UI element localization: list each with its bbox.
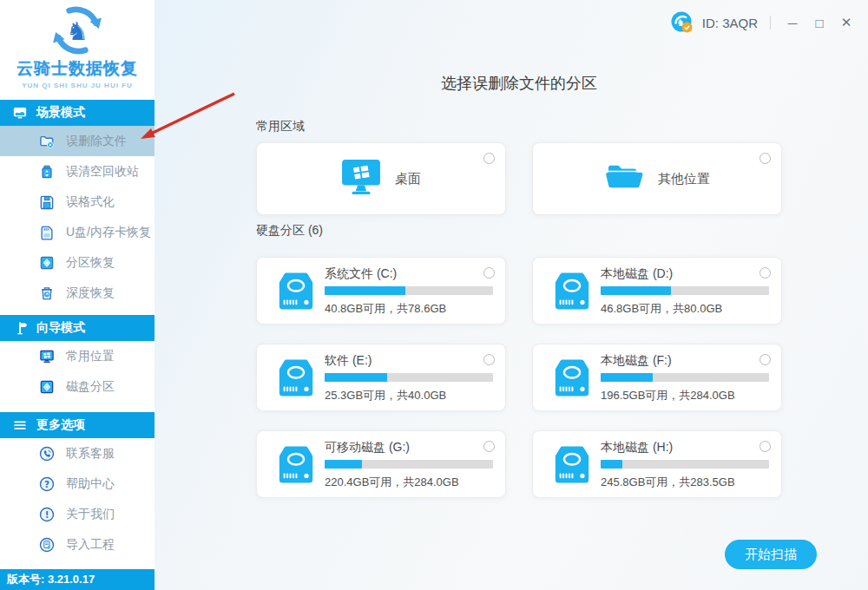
sidebar-item-partition-recovery[interactable]: 分区恢复 [0, 247, 155, 278]
radio-unselected[interactable] [483, 267, 495, 279]
sidebar-item-label: 误格式化 [66, 194, 115, 210]
partition-usage-fill [601, 460, 622, 469]
sidebar-item-contact-support[interactable]: 联系客服 [0, 438, 155, 469]
partition-name: 软件 (E:) [325, 353, 372, 369]
sidebar-item-label: 分区恢复 [66, 255, 115, 271]
page-title: 选择误删除文件的分区 [256, 73, 782, 94]
svg-text:♞: ♞ [66, 16, 89, 46]
sidebar-item-label: U盘/内存卡恢复 [66, 225, 151, 240]
partition-name: 可移动磁盘 (G:) [325, 440, 410, 456]
wizard-mode-icon [12, 320, 28, 336]
other-location-icon [604, 161, 644, 197]
sidebar-item-label: 关于我们 [66, 507, 115, 522]
disk-partition-icon [38, 378, 56, 396]
radio-unselected[interactable] [483, 153, 495, 164]
about-us-icon: ! [38, 506, 56, 523]
desktop-icon [341, 159, 381, 199]
start-scan-button[interactable]: 开始扫描 [725, 540, 817, 569]
sidebar-item-help-center[interactable]: ?帮助中心 [0, 469, 155, 499]
disk-drive-icon [552, 272, 592, 311]
sidebar-section-wizard-mode: 向导模式 [0, 315, 155, 341]
partition-capacity: 25.3GB可用，共40.0GB [325, 388, 446, 403]
partition-capacity: 245.8GB可用，共283.5GB [601, 475, 735, 490]
common-card-label: 其他位置 [658, 171, 710, 187]
partition-name: 本地磁盘 (H:) [601, 440, 673, 456]
partition-card-e[interactable]: 软件 (E:)25.3GB可用，共40.0GB [256, 344, 506, 411]
partition-capacity: 46.8GB可用，共80.0GB [601, 301, 722, 317]
deep-recovery-icon [38, 285, 56, 302]
common-card-other-location[interactable]: 其他位置 [532, 142, 782, 215]
content-area: 选择误删除文件的分区 常用区域 桌面其他位置 硬盘分区 (6) 系统文件 (C:… [256, 0, 782, 590]
common-card-desktop[interactable]: 桌面 [256, 142, 506, 215]
knight-circular-arrows-logo: ♞ [49, 3, 105, 61]
sidebar-section-label: 场景模式 [36, 105, 85, 121]
formatted-icon [38, 193, 56, 211]
more-options-icon [12, 417, 28, 433]
svg-text:?: ? [44, 478, 49, 488]
partition-usage-fill [325, 286, 405, 295]
partition-usage-fill [601, 373, 653, 382]
radio-unselected[interactable] [760, 441, 771, 452]
usb-card-icon [38, 224, 56, 241]
app-name: 云骑士数据恢复 [16, 57, 138, 80]
sidebar-item-label: 帮助中心 [66, 476, 115, 492]
app-logo: ♞ 云骑士数据恢复 YUN QI SHI SHU JU HUI FU [0, 0, 155, 100]
sidebar-section-scene-mode: 场景模式 [0, 100, 155, 126]
sidebar-item-about-us[interactable]: !关于我们 [0, 499, 155, 529]
sidebar-item-label: 磁盘分区 [66, 379, 115, 395]
main-panel: ♞ ID: 3AQR ─ □ ✕ 选择误删除文件的分区 常用区域 桌面其他位置 … [155, 0, 868, 590]
sidebar-item-formatted[interactable]: 误格式化 [0, 187, 155, 217]
sidebar-item-import-project[interactable]: 导入工程 [0, 529, 155, 560]
partition-capacity: 40.8GB可用，共78.6GB [325, 301, 446, 317]
sidebar-item-label: 误清空回收站 [66, 164, 139, 180]
radio-unselected[interactable] [760, 153, 771, 164]
sidebar: ♞ 云骑士数据恢复 YUN QI SHI SHU JU HUI FU 场景模式误… [0, 0, 155, 590]
common-location-icon [38, 348, 56, 365]
disk-drive-icon [552, 358, 592, 397]
partition-usage-fill [601, 286, 671, 295]
sidebar-item-label: 联系客服 [66, 446, 115, 462]
partition-usage-bar [601, 460, 769, 469]
sidebar-item-common-locations[interactable]: 常用位置 [0, 341, 155, 371]
partition-icon [38, 254, 56, 272]
help-center-icon: ? [38, 475, 56, 493]
sidebar-item-deleted-files[interactable]: 误删除文件 [0, 126, 155, 156]
import-project-icon [38, 536, 56, 554]
partition-capacity: 220.4GB可用，共284.0GB [325, 475, 459, 490]
disk-drive-icon [276, 358, 316, 397]
sidebar-item-label: 深度恢复 [66, 285, 115, 301]
sidebar-menu: 场景模式误删除文件误清空回收站误格式化U盘/内存卡恢复分区恢复深度恢复向导模式常… [0, 100, 155, 560]
disk-drive-icon [276, 272, 316, 311]
sidebar-item-emptied-recycle-bin[interactable]: 误清空回收站 [0, 156, 155, 187]
partition-usage-fill [325, 460, 362, 469]
partition-card-c[interactable]: 系统文件 (C:)40.8GB可用，共78.6GB [256, 257, 506, 324]
svg-text:!: ! [45, 508, 49, 519]
partition-card-d[interactable]: 本地磁盘 (D:)46.8GB可用，共80.0GB [532, 257, 782, 324]
contact-support-icon [38, 445, 56, 462]
radio-unselected[interactable] [483, 354, 495, 365]
partition-card-f[interactable]: 本地磁盘 (F:)196.5GB可用，共284.0GB [532, 344, 782, 411]
sidebar-item-disk-partitions[interactable]: 磁盘分区 [0, 371, 155, 402]
sidebar-item-label: 导入工程 [66, 537, 115, 553]
partition-capacity: 196.5GB可用，共284.0GB [601, 388, 735, 403]
partition-usage-bar [601, 373, 769, 382]
maximize-button[interactable]: □ [810, 13, 829, 32]
partition-name: 系统文件 (C:) [325, 266, 397, 282]
recycle-bin-icon [38, 163, 56, 180]
partition-section-label: 硬盘分区 (6) [256, 223, 323, 239]
sidebar-item-usb-memory-card[interactable]: U盘/内存卡恢复 [0, 217, 155, 247]
partition-card-h[interactable]: 本地磁盘 (H:)245.8GB可用，共283.5GB [532, 430, 782, 498]
radio-unselected[interactable] [483, 441, 495, 452]
radio-unselected[interactable] [760, 354, 771, 365]
sidebar-item-label: 常用位置 [66, 349, 115, 364]
minimize-button[interactable]: ─ [783, 13, 802, 32]
close-button[interactable]: ✕ [837, 13, 856, 32]
partition-usage-fill [325, 373, 387, 382]
radio-unselected[interactable] [760, 267, 771, 279]
disk-drive-icon [276, 445, 316, 484]
common-card-label: 桌面 [395, 171, 421, 187]
sidebar-item-deep-recovery[interactable]: 深度恢复 [0, 278, 155, 308]
sidebar-section-label: 向导模式 [36, 320, 85, 336]
partition-card-g[interactable]: 可移动磁盘 (G:)220.4GB可用，共284.0GB [256, 430, 506, 498]
partition-name: 本地磁盘 (D:) [601, 266, 673, 282]
